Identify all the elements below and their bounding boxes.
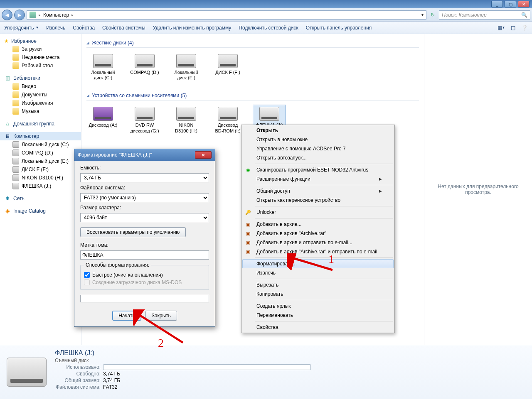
- sidebar-item-pictures[interactable]: Изображения: [0, 99, 81, 107]
- dialog-close-button[interactable]: ✕: [195, 151, 212, 159]
- homegroup-header[interactable]: ⌂Домашняя группа: [0, 120, 81, 128]
- sidebar-item-recent[interactable]: Недавние места: [0, 53, 81, 61]
- cm-eset-scan[interactable]: ◉Сканировать программой ESET NOD32 Antiv…: [242, 165, 394, 174]
- capacity-select[interactable]: 3,74 ГБ: [80, 173, 209, 182]
- favorites-header[interactable]: ★Избранное: [0, 37, 81, 45]
- picture-icon: [12, 100, 19, 106]
- uninstall-program-button[interactable]: Удалить или изменить программу: [153, 25, 232, 31]
- cluster-select[interactable]: 4096 байт: [80, 213, 209, 222]
- control-panel-button[interactable]: Открыть панель управления: [306, 25, 372, 31]
- computer-header[interactable]: 🖥Компьютер: [0, 132, 81, 140]
- chevron-right-icon: ▸: [71, 13, 74, 17]
- preview-pane-icon[interactable]: ◫: [510, 25, 516, 31]
- forward-button[interactable]: ►: [14, 10, 25, 20]
- cm-eject[interactable]: Извлечь: [242, 268, 394, 277]
- cm-open[interactable]: Открыть: [242, 126, 394, 135]
- network-header[interactable]: ✱Сеть: [0, 194, 81, 203]
- close-dialog-button[interactable]: Закрыть: [145, 311, 177, 321]
- search-input[interactable]: Поиск: Компьютер 🔍: [439, 10, 530, 20]
- filesystem-label: Файловая система:: [80, 185, 209, 191]
- cm-copy[interactable]: Копировать: [242, 289, 394, 299]
- sidebar-item-drive-h[interactable]: NIKON D3100 (H:): [0, 174, 81, 182]
- filesystem-select[interactable]: FAT32 (по умолчанию): [80, 193, 209, 202]
- cm-separator: [255, 321, 393, 321]
- cm-separator: [255, 164, 393, 164]
- total-label: Общий размер:: [55, 378, 101, 383]
- eject-button[interactable]: Извлечь: [46, 25, 65, 31]
- fs-value: FAT32: [103, 384, 117, 390]
- start-button[interactable]: Начать: [112, 311, 141, 321]
- close-button[interactable]: ✕: [518, 1, 530, 7]
- sidebar-item-downloads[interactable]: Загрузки: [0, 45, 81, 53]
- navigation-pane: ★Избранное Загрузки Недавние места Рабоч…: [0, 34, 81, 345]
- cm-add-archive[interactable]: ▣Добавить в архив...: [242, 220, 394, 229]
- image-catalog-header[interactable]: ◉Image Catalog: [0, 207, 81, 215]
- minimize-button[interactable]: _: [491, 1, 503, 7]
- winrar-icon: ▣: [245, 230, 251, 237]
- system-properties-button[interactable]: Свойства системы: [102, 25, 145, 31]
- cm-portable-device[interactable]: Открыть как переносное устройство: [242, 196, 394, 205]
- cm-unlocker[interactable]: 🔑Unlocker: [242, 208, 394, 217]
- breadcrumb-dropdown-icon[interactable]: ▾: [421, 12, 424, 17]
- sidebar-item-drive-e[interactable]: Локальный диск (E:): [0, 157, 81, 165]
- hdd-section-header[interactable]: ◢Жесткие диски (4): [86, 38, 419, 48]
- format-options-group: Способы форматирования: Быстрое (очистка…: [80, 262, 209, 290]
- cm-create-shortcut[interactable]: Создать ярлык: [242, 302, 394, 311]
- floppy-icon: [93, 107, 113, 121]
- cm-advanced-functions[interactable]: Расширенные функции▶: [242, 174, 394, 184]
- cm-add-archive-named[interactable]: ▣Добавить в архив "Archive.rar": [242, 229, 394, 238]
- drive-d[interactable]: COMPAQ (D:): [128, 52, 161, 83]
- sidebar-item-drive-f[interactable]: ДИСК F (F:): [0, 165, 81, 174]
- help-icon[interactable]: ❔: [521, 25, 528, 31]
- cm-share[interactable]: Общий доступ▶: [242, 186, 394, 196]
- breadcrumb[interactable]: ▸ Компьютер ▸ ▾: [27, 10, 426, 20]
- sidebar-item-drive-j[interactable]: ФЛЕШКА (J:): [0, 182, 81, 190]
- dialog-titlebar[interactable]: Форматирование "ФЛЕШКА (J:)" ✕: [74, 149, 215, 161]
- sidebar-item-desktop[interactable]: Рабочий стол: [0, 61, 81, 70]
- cm-open-new-window[interactable]: Открыть в новом окне: [242, 135, 394, 144]
- drive-icon: [12, 150, 19, 156]
- sidebar-item-drive-c[interactable]: Локальный диск (C:): [0, 140, 81, 149]
- homegroup-icon: ⌂: [4, 120, 11, 127]
- view-options-icon[interactable]: ▦ ▼: [498, 25, 505, 31]
- cm-acdsee[interactable]: Управление с помощью ACDSee Pro 7: [242, 144, 394, 153]
- cm-separator: [255, 300, 393, 300]
- cm-rename[interactable]: Переименовать: [242, 311, 394, 320]
- properties-button[interactable]: Свойства: [73, 25, 95, 31]
- maximize-button[interactable]: ▢: [505, 1, 516, 7]
- removable-section-header[interactable]: ◢Устройства со съемными носителями (5): [86, 91, 419, 101]
- cm-properties[interactable]: Свойства: [242, 323, 394, 332]
- cm-archive-named-email[interactable]: ▣Добавить в архив "Archive.rar" и отправ…: [242, 247, 394, 256]
- quick-format-checkbox[interactable]: [84, 272, 90, 278]
- drive-e[interactable]: Локальный диск (E:): [170, 52, 203, 83]
- back-button[interactable]: ◄: [2, 10, 12, 20]
- details-title: ФЛЕШКА (J:): [55, 349, 311, 357]
- libraries-header[interactable]: ▥Библиотеки: [0, 74, 81, 82]
- drive-c[interactable]: Локальный диск (C:): [86, 52, 120, 83]
- search-placeholder: Поиск: Компьютер: [442, 12, 487, 18]
- winrar-icon: ▣: [245, 248, 251, 255]
- drive-f[interactable]: ДИСК F (F:): [211, 52, 244, 83]
- refresh-button[interactable]: ↻: [428, 12, 437, 18]
- cm-format[interactable]: Форматировать...: [242, 259, 394, 268]
- breadcrumb-root[interactable]: Компьютер: [43, 12, 69, 18]
- volume-label-input[interactable]: [80, 250, 209, 260]
- organize-menu[interactable]: Упорядочить▼: [4, 25, 39, 31]
- drive-g[interactable]: DVD RW дисковод (G:): [128, 105, 161, 135]
- cm-archive-email[interactable]: ▣Добавить в архив и отправить по e-mail.…: [242, 238, 394, 247]
- sidebar-item-documents[interactable]: Документы: [0, 91, 81, 99]
- folder-icon: [12, 62, 19, 69]
- drive-a[interactable]: Дисковод (A:): [86, 105, 120, 135]
- fs-label: Файловая система:: [55, 384, 101, 390]
- sidebar-item-music[interactable]: Музыка: [0, 107, 81, 115]
- context-menu: Открыть Открыть в новом окне Управление …: [241, 125, 395, 333]
- map-drive-button[interactable]: Подключить сетевой диск: [239, 25, 298, 31]
- cm-cut[interactable]: Вырезать: [242, 280, 394, 289]
- sidebar-item-drive-d[interactable]: COMPAQ (D:): [0, 149, 81, 157]
- cm-autorun[interactable]: Открыть автозапуск...: [242, 153, 394, 162]
- restore-defaults-button[interactable]: Восстановить параметры по умолчанию: [80, 227, 186, 237]
- drive-i[interactable]: Дисковод BD-ROM (I:): [211, 105, 244, 135]
- sidebar-item-videos[interactable]: Видео: [0, 82, 81, 91]
- dialog-title-text: Форматирование "ФЛЕШКА (J:)": [78, 152, 152, 158]
- drive-h[interactable]: NIKON D3100 (H:): [170, 105, 203, 135]
